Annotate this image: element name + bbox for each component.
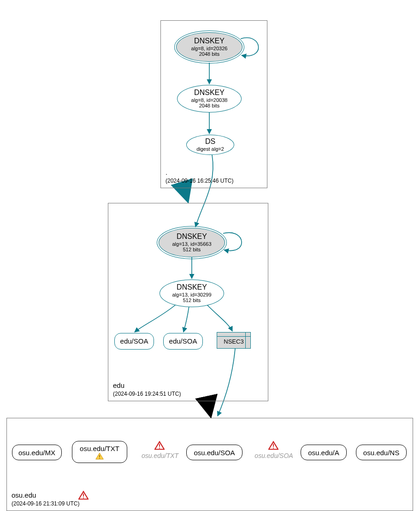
edge-root-to-edu-zone bbox=[183, 187, 187, 199]
node-root-ds: DS digest alg=2 bbox=[186, 135, 234, 155]
zone-root-name: . bbox=[166, 168, 233, 177]
node-osu-txt: osu.edu/TXT bbox=[72, 441, 127, 463]
edu-nsec3-label: NSEC3 bbox=[217, 338, 250, 345]
node-osu-ns: osu.edu/NS bbox=[356, 445, 407, 460]
edge-edu-to-osu-zone bbox=[207, 401, 210, 414]
svg-rect-3 bbox=[159, 448, 160, 449]
root-zsk-title: DNSKEY bbox=[194, 89, 225, 97]
osu-soa-label: osu.edu/SOA bbox=[194, 449, 235, 457]
root-ds-title: DS bbox=[205, 137, 215, 146]
osu-a-label: osu.edu/A bbox=[308, 449, 339, 457]
edu-ksk-sub1: alg=13, id=35663 bbox=[172, 241, 211, 247]
node-edu-ksk: DNSKEY alg=13, id=35663 512 bits bbox=[159, 228, 225, 257]
node-osu-txt-ghost: osu.edu/TXT bbox=[140, 452, 180, 459]
diagram-canvas: . (2024-09-16 16:25:46 UTC) DNSKEY alg=8… bbox=[0, 0, 420, 511]
root-zsk-sub1: alg=8, id=20038 bbox=[191, 97, 228, 103]
node-edu-soa1: edu/SOA bbox=[114, 333, 154, 350]
root-ksk-sub1: alg=8, id=20326 bbox=[191, 46, 228, 52]
node-edu-soa2: edu/SOA bbox=[163, 333, 203, 350]
edu-zsk-title: DNSKEY bbox=[177, 283, 207, 291]
zone-osu-name: osu.edu bbox=[12, 491, 79, 500]
edu-soa2-label: edu/SOA bbox=[169, 337, 197, 345]
svg-rect-5 bbox=[273, 448, 274, 449]
root-ksk-sub2: 2048 bits bbox=[199, 51, 220, 57]
edu-zsk-sub2: 512 bits bbox=[183, 297, 201, 303]
node-osu-soa-ghost: osu.edu/SOA bbox=[253, 452, 295, 459]
warning-icon bbox=[268, 441, 278, 450]
warning-icon bbox=[154, 441, 165, 450]
osu-txt-label: osu.edu/TXT bbox=[80, 445, 119, 452]
edu-ksk-sub2: 512 bits bbox=[183, 247, 201, 253]
zone-osu: osu.edu (2024-09-16 21:31:09 UTC) bbox=[6, 418, 413, 511]
svg-rect-4 bbox=[273, 444, 274, 446]
node-osu-soa: osu.edu/SOA bbox=[186, 445, 243, 460]
root-ksk-title: DNSKEY bbox=[194, 37, 225, 45]
svg-rect-7 bbox=[83, 498, 84, 499]
zone-edu-name: edu bbox=[113, 381, 181, 390]
root-zsk-sub2: 2048 bits bbox=[199, 103, 220, 109]
edu-zsk-sub1: alg=13, id=30299 bbox=[172, 292, 211, 298]
osu-ns-label: osu.edu/NS bbox=[363, 449, 399, 457]
node-osu-a: osu.edu/A bbox=[301, 445, 347, 460]
node-root-zsk: DNSKEY alg=8, id=20038 2048 bits bbox=[177, 85, 242, 113]
node-edu-zsk: DNSKEY alg=13, id=30299 512 bits bbox=[160, 279, 224, 307]
edu-ksk-title: DNSKEY bbox=[177, 232, 207, 241]
zone-root-ts: (2024-09-16 16:25:46 UTC) bbox=[166, 178, 233, 185]
svg-rect-2 bbox=[159, 444, 160, 446]
node-osu-mx: osu.edu/MX bbox=[12, 445, 62, 460]
svg-rect-1 bbox=[99, 458, 100, 458]
node-root-ksk: DNSKEY alg=8, id=20326 2048 bits bbox=[176, 32, 243, 62]
svg-rect-0 bbox=[99, 455, 100, 457]
edu-soa1-label: edu/SOA bbox=[120, 337, 148, 345]
svg-rect-6 bbox=[83, 493, 84, 496]
zone-edu-ts: (2024-09-16 19:24:51 UTC) bbox=[113, 391, 181, 398]
warning-icon bbox=[95, 452, 104, 460]
warning-icon bbox=[78, 491, 89, 500]
root-ds-sub1: digest alg=2 bbox=[196, 146, 224, 152]
zone-osu-ts: (2024-09-16 21:31:09 UTC) bbox=[12, 500, 79, 508]
node-edu-nsec3: NSEC3 bbox=[217, 332, 251, 349]
osu-mx-label: osu.edu/MX bbox=[18, 449, 55, 457]
